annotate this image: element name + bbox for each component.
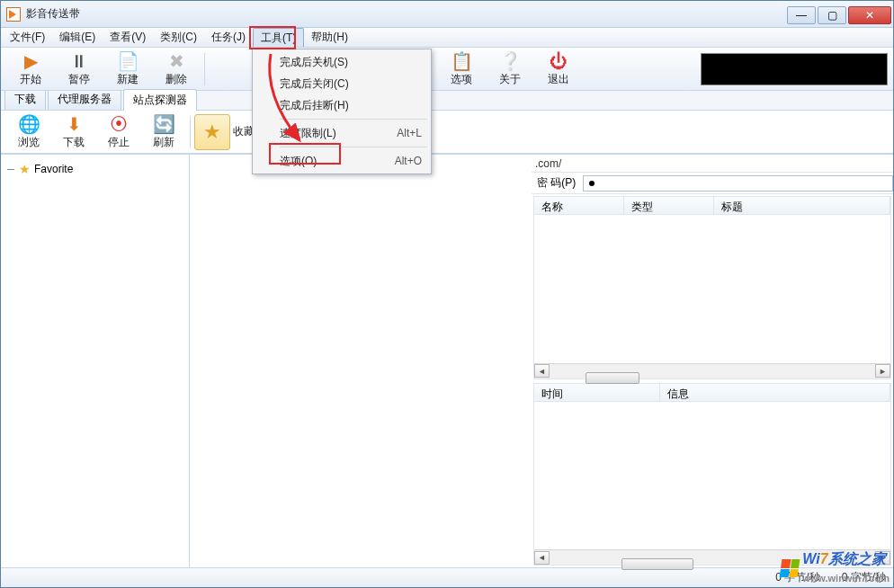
menu-view[interactable]: 查看(V) bbox=[103, 28, 153, 47]
main-toolbar: ▶开始 ⏸暂停 📄新建 ✖删除 📂目录 📋选项 ❔关于 ⏻退出 bbox=[1, 48, 893, 91]
rp-top-list: 名称 类型 标题 ◄ ► bbox=[533, 196, 891, 379]
rp-top-body bbox=[534, 215, 890, 363]
menu-edit[interactable]: 编辑(E) bbox=[52, 28, 103, 47]
tools-dropdown: 完成后关机(S) 完成后关闭(C) 完成后挂断(H) 速度限制(L)Alt+L … bbox=[252, 49, 432, 174]
password-dot bbox=[589, 181, 595, 186]
col-time[interactable]: 时间 bbox=[534, 384, 660, 401]
pause-icon: ⏸ bbox=[68, 50, 90, 72]
col-type[interactable]: 类型 bbox=[624, 197, 714, 214]
dd-separator bbox=[280, 147, 427, 147]
tab-site-explorer[interactable]: 站点探测器 bbox=[123, 89, 197, 111]
download-button[interactable]: ⬇下载 bbox=[51, 112, 96, 152]
banner-box bbox=[701, 53, 888, 85]
menu-tools[interactable]: 工具(T) bbox=[253, 28, 304, 47]
about-icon: ❔ bbox=[499, 50, 521, 72]
right-pane: .com/ 密 码(P) 名称 类型 标题 ◄ ► bbox=[532, 155, 893, 567]
delete-icon: ✖ bbox=[165, 50, 187, 72]
scroll-right-icon[interactable]: ► bbox=[875, 364, 890, 378]
star-icon: ★ bbox=[19, 162, 31, 176]
toolbar-separator bbox=[204, 53, 205, 85]
scroll-left-icon[interactable]: ◄ bbox=[534, 551, 550, 565]
options-button[interactable]: 📋选项 bbox=[437, 49, 486, 89]
menubar: 文件(F) 编辑(E) 查看(V) 类别(C) 任务(J) 工具(T) 帮助(H… bbox=[1, 28, 893, 48]
exit-button[interactable]: ⏻退出 bbox=[534, 49, 583, 89]
password-input[interactable] bbox=[583, 175, 893, 192]
maximize-button[interactable]: ▢ bbox=[818, 6, 846, 24]
left-pane: ─ ★ Favorite bbox=[1, 155, 190, 567]
exit-icon: ⏻ bbox=[548, 50, 569, 72]
app-icon bbox=[6, 7, 21, 22]
scroll-thumb[interactable] bbox=[621, 558, 693, 570]
tab-proxy[interactable]: 代理服务器 bbox=[48, 88, 121, 110]
tab-download[interactable]: 下载 bbox=[4, 88, 46, 110]
window-title: 影音传送带 bbox=[26, 6, 80, 22]
pause-button[interactable]: ⏸暂停 bbox=[55, 49, 103, 89]
new-icon: 📄 bbox=[117, 50, 139, 72]
password-label: 密 码(P) bbox=[537, 175, 576, 191]
menu-help[interactable]: 帮助(H) bbox=[304, 28, 355, 47]
dd-hangup[interactable]: 完成后挂断(H) bbox=[255, 94, 429, 116]
refresh-button[interactable]: 🔄刷新 bbox=[141, 112, 186, 152]
status-speed-1: 0 字节/秒 bbox=[775, 570, 819, 585]
stop-icon: ⦿ bbox=[108, 113, 130, 135]
about-button[interactable]: ❔关于 bbox=[486, 49, 534, 89]
body-split: ─ ★ Favorite .com/ 密 码(P) 名称 类型 标题 ◄ bbox=[1, 154, 893, 567]
scroll-left-icon[interactable]: ◄ bbox=[534, 364, 550, 378]
rp-bottom-body bbox=[534, 402, 890, 550]
middle-pane bbox=[190, 155, 532, 567]
sub-toolbar: 🌐浏览 ⬇下载 ⦿停止 🔄刷新 ★ 收藏 bbox=[1, 111, 893, 154]
status-speed-2: 0 字节/秒 bbox=[842, 570, 886, 585]
dd-speedlimit[interactable]: 速度限制(L)Alt+L bbox=[255, 122, 429, 144]
star-icon: ★ bbox=[203, 120, 221, 144]
options-icon: 📋 bbox=[451, 50, 472, 72]
delete-button[interactable]: ✖删除 bbox=[152, 49, 201, 89]
play-icon: ▶ bbox=[20, 50, 41, 72]
browse-button[interactable]: 🌐浏览 bbox=[6, 112, 51, 152]
dd-options[interactable]: 选项(O)...Alt+O bbox=[255, 150, 429, 172]
tree-label: Favorite bbox=[34, 163, 73, 175]
rp-bottom-scrollbar[interactable]: ◄ ► bbox=[534, 549, 890, 565]
dd-separator bbox=[280, 119, 427, 120]
col-title[interactable]: 标题 bbox=[714, 197, 890, 214]
scroll-right-icon[interactable]: ► bbox=[875, 551, 890, 565]
tab-row: 下载 代理服务器 站点探测器 bbox=[1, 91, 893, 111]
col-info[interactable]: 信息 bbox=[660, 384, 890, 401]
rp-bottom-list: 时间 信息 ◄ ► bbox=[533, 383, 891, 566]
window-controls: — ▢ ✕ bbox=[787, 4, 893, 24]
new-button[interactable]: 📄新建 bbox=[103, 49, 152, 89]
favorite-button[interactable]: ★ bbox=[194, 114, 230, 150]
stop-button[interactable]: ⦿停止 bbox=[96, 112, 141, 152]
dd-shutdown[interactable]: 完成后关机(S) bbox=[255, 51, 429, 73]
expand-icon[interactable]: ─ bbox=[6, 164, 15, 174]
subtoolbar-separator bbox=[190, 116, 191, 148]
scroll-thumb[interactable] bbox=[586, 372, 639, 384]
url-fragment: .com/ bbox=[532, 155, 893, 173]
status-bar: 0 字节/秒 0 字节/秒 bbox=[1, 567, 893, 587]
start-button[interactable]: ▶开始 bbox=[6, 49, 55, 89]
rp-bottom-header: 时间 信息 bbox=[534, 384, 890, 402]
menu-category[interactable]: 类别(C) bbox=[153, 28, 204, 47]
menu-file[interactable]: 文件(F) bbox=[3, 28, 52, 47]
app-window: 影音传送带 — ▢ ✕ 文件(F) 编辑(E) 查看(V) 类别(C) 任务(J… bbox=[0, 0, 894, 588]
menu-task[interactable]: 任务(J) bbox=[204, 28, 253, 47]
titlebar: 影音传送带 — ▢ ✕ bbox=[1, 1, 893, 28]
rp-top-scrollbar[interactable]: ◄ ► bbox=[534, 363, 890, 379]
dd-close[interactable]: 完成后关闭(C) bbox=[255, 73, 429, 94]
close-button[interactable]: ✕ bbox=[848, 6, 891, 24]
tree-item-favorite[interactable]: ─ ★ Favorite bbox=[4, 160, 185, 178]
browse-icon: 🌐 bbox=[18, 113, 40, 135]
download-icon: ⬇ bbox=[63, 113, 85, 135]
col-name[interactable]: 名称 bbox=[534, 197, 624, 214]
password-row: 密 码(P) bbox=[532, 173, 893, 194]
minimize-button[interactable]: — bbox=[787, 6, 816, 24]
refresh-icon: 🔄 bbox=[153, 113, 174, 135]
rp-top-header: 名称 类型 标题 bbox=[534, 197, 890, 215]
